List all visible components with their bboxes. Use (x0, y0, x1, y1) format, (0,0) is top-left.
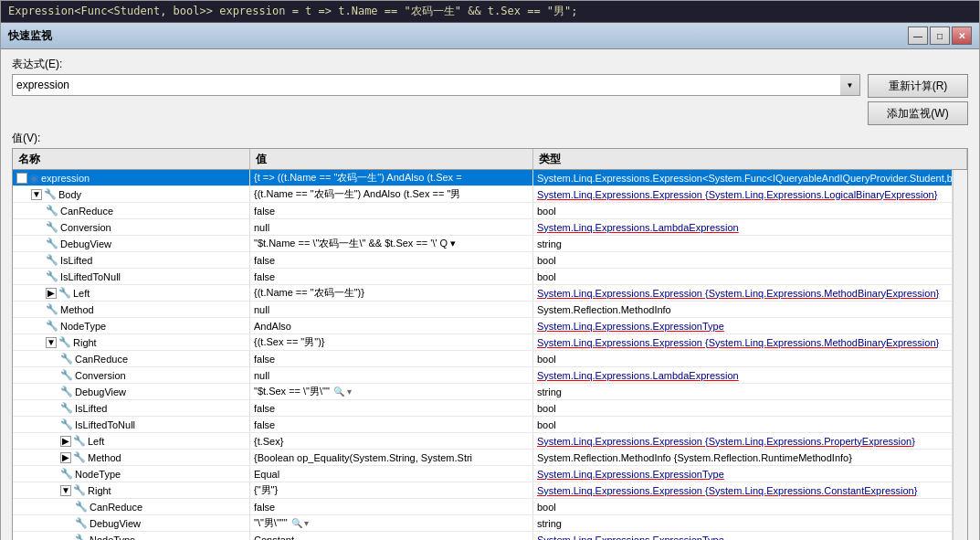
table-row[interactable]: 🔧NodeTypeEqualSystem.Linq.Expressions.Ex… (13, 466, 953, 482)
cell-type-text: System.Reflection.MethodInfo (537, 304, 671, 315)
cell-name: 🔧CanReduce (13, 351, 250, 366)
cell-type: System.Linq.Expressions.Expression {Syst… (533, 285, 953, 301)
cell-type-text: string (537, 386, 562, 397)
cell-value-text: "$t.Sex == \"男\"" (254, 385, 330, 398)
cell-type: System.Linq.Expressions.ExpressionType (533, 318, 953, 334)
cell-type-text: string (537, 238, 562, 249)
minimize-button[interactable]: — (908, 26, 928, 45)
cell-value-text: false (254, 502, 275, 513)
table-row[interactable]: 🔧IsLiftedToNullfalsebool (13, 269, 953, 285)
cell-name: ▼🔧Body (13, 186, 250, 202)
expand-icon[interactable]: ▶ (46, 288, 57, 299)
table-row[interactable]: 🔧NodeTypeConstantSystem.Linq.Expressions… (13, 532, 953, 540)
prop-icon: 🔧 (46, 270, 58, 282)
cell-type: System.Linq.Expressions.ExpressionType (533, 466, 953, 482)
table-row[interactable]: 🔧IsLiftedfalsebool (13, 400, 953, 417)
cell-type-text: System.Linq.Expressions.LambdaExpression (537, 222, 739, 233)
table-row[interactable]: 🔧MethodnullSystem.Reflection.MethodInfo (13, 302, 953, 318)
expression-section: 表达式(E): ▼ 重新计算(R) 添加监视(W) (12, 57, 968, 125)
table-row[interactable]: 🔧CanReducefalsebool (13, 351, 953, 367)
cell-value-text: null (254, 222, 269, 233)
scrollbar[interactable] (953, 170, 967, 540)
table-row[interactable]: ▶🔧Method{Boolean op_Equality(System.Stri… (13, 450, 953, 466)
table-row[interactable]: 🔧CanReducefalsebool (13, 203, 953, 219)
cell-value: "$t.Name == \"农码一生\" && $t.Sex == '\' Q … (250, 236, 533, 251)
table-row[interactable]: 🔧DebugView"$t.Name == \"农码一生\" && $t.Sex… (13, 236, 953, 252)
expression-input[interactable] (12, 74, 860, 96)
search-icon[interactable]: 🔍 ▾ (333, 386, 352, 397)
cell-value: false (250, 499, 533, 514)
prop-icon: 🔧 (60, 402, 73, 414)
cell-value-text: null (254, 304, 269, 315)
table-row[interactable]: ▼🔧Right{"男"}System.Linq.Expressions.Expr… (13, 482, 953, 499)
cell-value: {(t.Sex == "男")} (250, 334, 533, 350)
table-row[interactable]: 🔧ConversionnullSystem.Linq.Expressions.L… (13, 367, 953, 384)
table-row[interactable]: 🔧NodeTypeAndAlsoSystem.Linq.Expressions.… (13, 318, 953, 334)
cell-type-text: string (537, 518, 562, 529)
table-row[interactable]: 🔧DebugView"\"男\""" 🔍 ▾string (13, 515, 953, 532)
cell-name: 🔧IsLifted (13, 400, 250, 416)
table-row[interactable]: 🔧IsLiftedfalsebool (13, 252, 953, 269)
cell-value: false (250, 269, 533, 284)
prop-icon: 🔧 (75, 517, 88, 529)
cell-type-text: System.Linq.Expressions.Expression {Syst… (537, 189, 937, 200)
cell-value: {"男"} (250, 482, 533, 498)
table-row[interactable]: ▼🔧Right{(t.Sex == "男")}System.Linq.Expre… (13, 334, 953, 351)
cell-value: "$t.Sex == \"男\"" 🔍 ▾ (250, 384, 533, 399)
cell-name: 🔧CanReduce (13, 499, 250, 514)
table-row[interactable]: 🔧IsLiftedToNullfalsebool (13, 417, 953, 433)
cell-type: string (533, 515, 953, 531)
table-with-scroll: ▼◉expression{t => ((t.Name == "农码一生") An… (13, 170, 967, 540)
cell-value-text: false (254, 354, 275, 365)
cell-name: 🔧CanReduce (13, 203, 250, 218)
close-button[interactable]: ✕ (952, 26, 972, 45)
cell-name-text: NodeType (75, 469, 121, 480)
cell-name-text: Method (88, 452, 121, 463)
table-row[interactable]: ▼🔧Body{(t.Name == "农码一生") AndAlso (t.Sex… (13, 186, 953, 203)
expand-icon[interactable]: ▶ (60, 436, 71, 447)
table-row[interactable]: 🔧ConversionnullSystem.Linq.Expressions.L… (13, 219, 953, 236)
col-header-type: 类型 (533, 149, 967, 169)
search-icon[interactable]: 🔍 ▾ (291, 518, 310, 528)
value-section: 值(V): 名称 值 类型 ▼◉expression{t => ((t.Name… (12, 131, 968, 540)
cell-value-text: {t.Sex} (254, 436, 283, 447)
cell-value: null (250, 367, 533, 383)
table-row[interactable]: ▼◉expression{t => ((t.Name == "农码一生") An… (13, 170, 953, 186)
prop-icon: 🔧 (60, 468, 73, 480)
restore-button[interactable]: □ (930, 26, 950, 45)
cell-type: System.Linq.Expressions.LambdaExpression (533, 367, 953, 383)
table-row[interactable]: ▶🔧Left{t.Sex}System.Linq.Expressions.Exp… (13, 433, 953, 450)
recalc-button[interactable]: 重新计算(R) (868, 74, 968, 98)
cell-type-text: bool (537, 271, 556, 282)
expand-icon[interactable]: ▼ (16, 173, 27, 184)
cell-value-text: {t => ((t.Name == "农码一生") AndAlso (t.Sex… (254, 171, 462, 185)
cell-name-text: Body (58, 189, 81, 200)
prop-icon: 🔧 (46, 221, 58, 233)
table-row[interactable]: ▶🔧Left{(t.Name == "农码一生")}System.Linq.Ex… (13, 285, 953, 302)
cell-value-text: false (254, 403, 275, 414)
table-body[interactable]: ▼◉expression{t => ((t.Name == "农码一生") An… (13, 170, 953, 540)
cell-value-text: {(t.Name == "农码一生")} (254, 286, 364, 300)
cell-value-text: "$t.Name == \"农码一生\" && $t.Sex == '\' Q … (254, 237, 456, 250)
code-text: Expression<Func<Student, bool>> expressi… (8, 5, 578, 17)
expression-dropdown-button[interactable]: ▼ (840, 74, 860, 96)
cell-type: System.Linq.Expressions.Expression {Syst… (533, 186, 953, 202)
expand-icon[interactable]: ▶ (60, 452, 71, 463)
cell-type-text: System.Linq.Expressions.Expression {Syst… (537, 436, 915, 447)
cell-name: ▼🔧Right (13, 482, 250, 498)
value-label: 值(V): (12, 131, 968, 146)
prop-icon: 🔧 (46, 303, 58, 315)
expand-icon[interactable]: ▼ (46, 337, 57, 348)
expand-icon[interactable]: ▼ (31, 189, 42, 200)
cell-name: ▶🔧Left (13, 285, 250, 301)
cell-value: Constant (250, 532, 533, 540)
cell-type: bool (533, 400, 953, 416)
cell-value: false (250, 400, 533, 416)
cell-value: "\"男\""" 🔍 ▾ (250, 515, 533, 531)
expand-icon[interactable]: ▼ (60, 485, 71, 496)
table-row[interactable]: 🔧CanReducefalsebool (13, 499, 953, 515)
prop-icon: 🔧 (46, 320, 58, 332)
table-row[interactable]: 🔧DebugView"$t.Sex == \"男\"" 🔍 ▾string (13, 384, 953, 400)
add-watch-button[interactable]: 添加监视(W) (868, 101, 968, 125)
cell-name-text: CanReduce (75, 354, 128, 365)
